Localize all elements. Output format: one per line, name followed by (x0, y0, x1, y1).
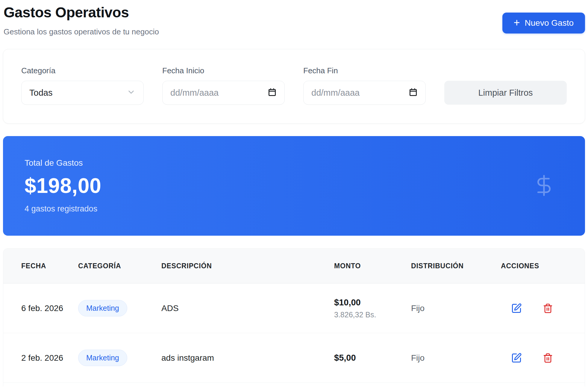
category-select-value: Todas (29, 88, 52, 98)
expense-category-cell: Marketing (78, 350, 161, 366)
next-row-partial (3, 383, 585, 386)
col-header-fecha: FECHA (3, 262, 78, 270)
dollar-sign-icon (532, 169, 556, 203)
category-select[interactable]: Todas (21, 81, 144, 105)
new-expense-button-label: Nuevo Gasto (525, 18, 574, 28)
total-expenses-label: Total de Gastos (25, 158, 585, 168)
date-end-placeholder: dd/mm/aaaa (311, 88, 360, 98)
date-start-placeholder: dd/mm/aaaa (170, 88, 219, 98)
trash-icon (543, 353, 553, 363)
clear-filters-column: Limpiar Filtros (444, 66, 567, 105)
expense-date: 6 feb. 2026 (3, 304, 78, 313)
total-expenses-amount: $198,00 (25, 174, 585, 198)
calendar-icon[interactable] (409, 88, 418, 98)
expense-amount: $10,00 (334, 298, 411, 307)
delete-button[interactable] (542, 302, 554, 315)
date-end-label: Fecha Fin (303, 66, 426, 75)
category-label: Categoría (21, 66, 144, 75)
filters-card: Categoría Todas Fecha Inicio dd/mm/aaaa … (3, 49, 585, 124)
table-row: 2 feb. 2026 Marketing ads instgaram $5,0… (3, 333, 585, 383)
total-expenses-banner: Total de Gastos $198,00 4 gastos registr… (3, 136, 585, 236)
expenses-table: FECHA CATEGORÍA DESCRIPCIÓN MONTO DISTRI… (3, 248, 585, 386)
chevron-down-icon (127, 88, 136, 98)
expense-distribution: Fijo (411, 353, 501, 363)
date-start-input[interactable]: dd/mm/aaaa (162, 81, 285, 105)
expense-distribution: Fijo (411, 304, 501, 313)
calendar-icon[interactable] (268, 88, 277, 98)
page-header: Gastos Operativos Gestiona los gastos op… (0, 0, 588, 36)
expense-amount-converted: 3.826,32 Bs. (334, 310, 411, 319)
expense-description: ads instgaram (161, 353, 334, 363)
expense-category-cell: Marketing (78, 300, 161, 316)
page-title: Gastos Operativos (4, 4, 159, 21)
date-end-filter: Fecha Fin dd/mm/aaaa (303, 66, 426, 105)
date-start-filter: Fecha Inicio dd/mm/aaaa (162, 66, 285, 105)
expenses-count-text: 4 gastos registrados (25, 204, 585, 214)
expense-amount-cell: $10,00 3.826,32 Bs. (334, 298, 411, 319)
edit-button[interactable] (510, 351, 523, 365)
page-header-text: Gastos Operativos Gestiona los gastos op… (4, 4, 159, 36)
col-header-monto: MONTO (334, 262, 411, 270)
edit-icon (511, 303, 522, 314)
expense-actions (501, 351, 585, 365)
date-start-label: Fecha Inicio (162, 66, 285, 75)
category-badge: Marketing (78, 300, 127, 316)
expense-amount: $5,00 (334, 353, 411, 363)
expense-actions (501, 302, 585, 315)
clear-filters-button[interactable]: Limpiar Filtros (444, 81, 567, 105)
table-header-row: FECHA CATEGORÍA DESCRIPCIÓN MONTO DISTRI… (3, 249, 585, 284)
category-badge: Marketing (78, 350, 127, 366)
new-expense-button[interactable]: + Nuevo Gasto (502, 13, 585, 33)
plus-icon: + (514, 17, 520, 28)
delete-button[interactable] (542, 352, 554, 364)
category-filter: Categoría Todas (21, 66, 144, 105)
expenses-page: Gastos Operativos Gestiona los gastos op… (0, 0, 588, 390)
page-subtitle: Gestiona los gastos operativos de tu neg… (4, 27, 159, 36)
table-row: 6 feb. 2026 Marketing ADS $10,00 3.826,3… (3, 284, 585, 333)
expense-description: ADS (161, 304, 334, 313)
col-header-distribucion: DISTRIBUCIÓN (411, 262, 501, 270)
date-end-input[interactable]: dd/mm/aaaa (303, 81, 426, 105)
col-header-categoria: CATEGORÍA (78, 262, 161, 270)
edit-button[interactable] (510, 302, 523, 315)
edit-icon (511, 353, 522, 363)
col-header-descripcion: DESCRIPCIÓN (161, 262, 334, 270)
expense-amount-cell: $5,00 (334, 353, 411, 363)
trash-icon (543, 303, 553, 313)
expense-date: 2 feb. 2026 (3, 353, 78, 363)
col-header-acciones: ACCIONES (501, 262, 585, 270)
